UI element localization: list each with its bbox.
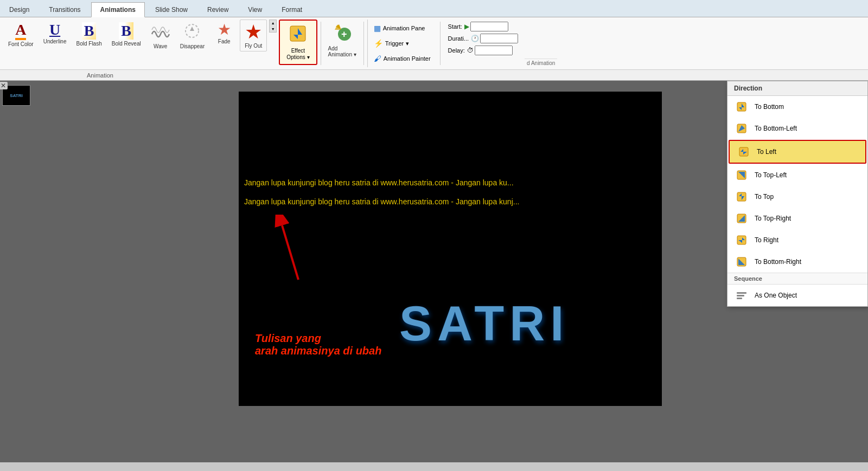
duration-row: Durati... 🕐 <box>448 34 519 43</box>
duration-value[interactable] <box>480 34 518 43</box>
to-top-right-label: To Top-Right <box>755 215 791 222</box>
disappear-button[interactable]: Disappear <box>176 20 209 52</box>
dropdown-to-right[interactable]: To Right <box>727 229 867 251</box>
to-right-label: To Right <box>755 236 778 244</box>
ribbon-divider-3 <box>440 22 441 65</box>
tab-transitions[interactable]: Transitions <box>40 2 90 17</box>
ribbon-divider-2 <box>363 22 364 65</box>
animation-scroll[interactable]: ▲ ▼ <box>269 20 277 33</box>
tab-animations[interactable]: Animations <box>91 2 145 17</box>
delay-label: Delay: <box>448 47 465 54</box>
animation-pane-button[interactable]: ▦ Animation Pane <box>370 22 435 35</box>
trigger-label: Trigger <box>385 40 404 47</box>
dropdown-as-one-object[interactable]: As One Object <box>727 285 867 306</box>
animation-painter-icon: 🖌 <box>374 54 381 63</box>
font-color-label: Font Color <box>8 41 34 47</box>
fly-out-button[interactable]: ★ Fly Out <box>240 20 267 51</box>
dropdown-scroll[interactable]: To Bottom To Bottom-Left To Left <box>727 96 867 306</box>
animation-painter-label: Animation Painter <box>384 55 431 62</box>
tab-format[interactable]: Format <box>272 2 311 17</box>
tab-slideshow[interactable]: Slide Show <box>146 2 197 17</box>
dropdown-to-bottom-right[interactable]: To Bottom-Right <box>727 251 867 273</box>
dropdown-to-left[interactable]: To Left <box>729 140 866 164</box>
disappear-label: Disappear <box>180 43 205 49</box>
animation-group-label: Animation <box>87 72 113 79</box>
fly-out-label: Fly Out <box>245 43 262 49</box>
svg-rect-28 <box>737 298 742 299</box>
ribbon-content: A Font Color U Underline B Bold Flash B … <box>0 17 868 69</box>
trigger-button[interactable]: ⚡ Trigger ▾ <box>370 37 435 50</box>
as-one-object-icon <box>734 288 749 303</box>
slide-close-button[interactable]: ✕ <box>0 82 8 89</box>
start-row: Start: ▶ <box>448 22 519 31</box>
duration-label: Durati... <box>448 35 469 42</box>
tab-view[interactable]: View <box>239 2 271 17</box>
start-play-icon: ▶ <box>464 23 469 30</box>
font-color-icon: A <box>15 22 26 40</box>
fade-button[interactable]: ★ Fade <box>210 20 238 47</box>
delay-row: Delay: ⏱ <box>448 46 519 55</box>
ribbon: Design Transitions Animations Slide Show… <box>0 0 868 81</box>
svg-rect-27 <box>737 295 744 296</box>
underline-button[interactable]: U Underline <box>40 20 71 47</box>
to-bottom-left-label: To Bottom-Left <box>755 125 797 132</box>
bold-reveal-icon: B <box>119 22 133 40</box>
to-left-icon <box>736 144 751 159</box>
to-right-icon <box>734 233 749 248</box>
dropdown-to-top-right[interactable]: To Top-Right <box>727 208 867 229</box>
slide-thumbnail-1[interactable]: ✕ SATRI <box>2 85 30 106</box>
effect-options-content: EffectOptions ▾ <box>281 22 315 63</box>
effect-options-label: EffectOptions ▾ <box>286 48 309 61</box>
tab-design[interactable]: Design <box>0 2 39 17</box>
bold-flash-label: Bold Flash <box>76 41 102 47</box>
effect-options-button[interactable]: EffectOptions ▾ <box>279 20 317 65</box>
dropdown-to-top-left[interactable]: To Top-Left <box>727 164 867 186</box>
bold-flash-icon: B <box>82 22 97 40</box>
to-top-label: To Top <box>755 193 774 201</box>
slide-panel: ✕ SATRI <box>0 81 33 462</box>
main-area: ✕ SATRI Jangan lupa kunjungi blog heru s… <box>0 81 868 462</box>
to-top-left-label: To Top-Left <box>755 171 787 179</box>
fly-out-icon: ★ <box>245 22 262 42</box>
scroll-up-arrow[interactable]: ▲ <box>270 20 276 26</box>
fade-icon: ★ <box>218 22 231 37</box>
tab-review[interactable]: Review <box>198 2 238 17</box>
effect-options-icon <box>288 24 308 48</box>
timing-area: Start: ▶ Durati... 🕐 Delay: ⏱ <box>444 20 523 57</box>
ribbon-group-bar: Animation <box>0 69 868 80</box>
sequence-section-label: Sequence <box>727 273 867 285</box>
dropdown-to-bottom[interactable]: To Bottom <box>727 96 867 118</box>
animation-painter-button[interactable]: 🖌 Animation Painter <box>370 52 435 65</box>
dropdown-to-top[interactable]: To Top <box>727 186 867 208</box>
scroll-down-arrow[interactable]: ▼ <box>270 26 276 32</box>
to-bottom-right-label: To Bottom-Right <box>755 258 801 266</box>
disappear-icon <box>182 22 202 42</box>
red-arrow-svg <box>271 215 315 285</box>
add-animation-button[interactable]: + AddAnimation ▾ <box>324 20 360 60</box>
satri-text: SATRI <box>399 296 569 352</box>
ribbon-divider-1 <box>321 22 321 65</box>
font-color-button[interactable]: A Font Color <box>4 20 37 50</box>
trigger-arrow: ▾ <box>406 40 409 47</box>
animation-pane-label: Animation Pane <box>383 25 425 31</box>
scrolling-text-2: Jangan lupa kunjungi blog heru satria di… <box>239 197 662 206</box>
dropdown-to-bottom-left[interactable]: To Bottom-Left <box>727 118 867 139</box>
fade-label: Fade <box>218 38 231 44</box>
wave-icon <box>151 22 170 42</box>
underline-label: Underline <box>43 38 67 44</box>
bold-flash-button[interactable]: B Bold Flash <box>73 20 106 49</box>
wave-button[interactable]: Wave <box>147 20 174 52</box>
bold-reveal-button[interactable]: B Bold Reveal <box>108 20 145 49</box>
slide-canvas: Jangan lupa kunjungi blog heru satria di… <box>239 92 662 406</box>
svg-rect-26 <box>737 292 746 294</box>
animation-pane-area: ▦ Animation Pane ⚡ Trigger ▾ 🖌 Animation… <box>367 20 437 67</box>
caption-text: Tulisan yang arah animasinya di ubah <box>255 332 381 357</box>
dropdown-header: Direction <box>727 81 867 96</box>
start-value[interactable] <box>470 22 508 31</box>
delay-value[interactable] <box>475 46 513 55</box>
svg-marker-1 <box>190 27 194 31</box>
effect-options-dropdown: Direction To Bottom To Bottom-Left <box>727 81 868 307</box>
to-bottom-icon <box>734 99 749 114</box>
to-top-right-icon <box>734 211 749 226</box>
arrow-annotation <box>271 215 315 287</box>
